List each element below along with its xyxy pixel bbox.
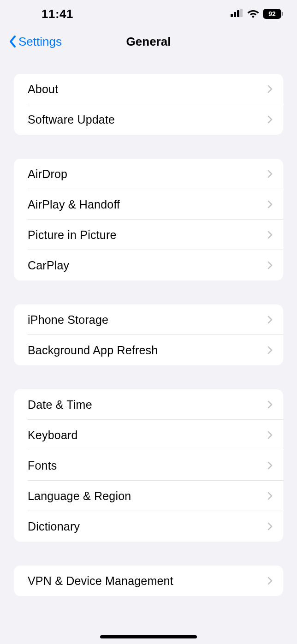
row-label: Keyboard xyxy=(28,429,78,442)
row-about[interactable]: About xyxy=(14,74,283,104)
chevron-left-icon xyxy=(8,35,18,48)
settings-list: AboutSoftware UpdateAirDropAirPlay & Han… xyxy=(0,74,297,596)
back-button[interactable]: Settings xyxy=(8,35,62,49)
nav-bar: Settings General xyxy=(0,28,297,55)
home-indicator[interactable] xyxy=(100,635,197,638)
status-indicators: 92 xyxy=(231,9,283,19)
row-iphone-storage[interactable]: iPhone Storage xyxy=(14,304,283,335)
chevron-right-icon xyxy=(267,84,273,94)
cellular-icon xyxy=(231,9,244,19)
row-label: Picture in Picture xyxy=(28,228,117,242)
row-dictionary[interactable]: Dictionary xyxy=(14,511,283,542)
chevron-right-icon xyxy=(267,576,273,585)
row-label: Fonts xyxy=(28,459,57,472)
svg-rect-2 xyxy=(237,10,239,17)
row-vpn-device-management[interactable]: VPN & Device Management xyxy=(14,566,283,596)
row-label: Date & Time xyxy=(28,398,92,411)
row-picture-in-picture[interactable]: Picture in Picture xyxy=(14,220,283,250)
chevron-right-icon xyxy=(267,461,273,470)
row-airplay-handoff[interactable]: AirPlay & Handoff xyxy=(14,189,283,220)
row-background-app-refresh[interactable]: Background App Refresh xyxy=(14,335,283,365)
settings-group: iPhone StorageBackground App Refresh xyxy=(14,304,283,365)
row-label: Dictionary xyxy=(28,520,80,533)
row-label: Background App Refresh xyxy=(28,344,158,357)
row-language-region[interactable]: Language & Region xyxy=(14,481,283,511)
row-keyboard[interactable]: Keyboard xyxy=(14,420,283,450)
row-label: Language & Region xyxy=(28,489,131,503)
chevron-right-icon xyxy=(267,230,273,239)
row-label: AirDrop xyxy=(28,167,67,181)
chevron-right-icon xyxy=(267,400,273,409)
status-time: 11:41 xyxy=(42,7,73,21)
chevron-right-icon xyxy=(267,315,273,324)
chevron-right-icon xyxy=(267,430,273,440)
battery-icon: 92 xyxy=(263,9,283,19)
chevron-right-icon xyxy=(267,491,273,501)
status-bar: 11:41 92 xyxy=(0,0,297,28)
row-fonts[interactable]: Fonts xyxy=(14,450,283,481)
settings-group: AirDropAirPlay & HandoffPicture in Pictu… xyxy=(14,159,283,280)
chevron-right-icon xyxy=(267,261,273,270)
row-label: VPN & Device Management xyxy=(28,574,173,588)
row-label: About xyxy=(28,83,58,96)
wifi-icon xyxy=(247,9,259,19)
row-airdrop[interactable]: AirDrop xyxy=(14,159,283,189)
row-date-time[interactable]: Date & Time xyxy=(14,389,283,420)
back-label: Settings xyxy=(18,35,62,49)
svg-rect-1 xyxy=(234,12,236,17)
svg-rect-0 xyxy=(231,14,233,17)
settings-group: VPN & Device Management xyxy=(14,566,283,596)
chevron-right-icon xyxy=(267,200,273,209)
svg-point-4 xyxy=(252,15,255,17)
row-label: CarPlay xyxy=(28,259,69,272)
page-title: General xyxy=(126,35,171,49)
settings-group: AboutSoftware Update xyxy=(14,74,283,135)
settings-group: Date & TimeKeyboardFontsLanguage & Regio… xyxy=(14,389,283,542)
row-software-update[interactable]: Software Update xyxy=(14,104,283,135)
row-carplay[interactable]: CarPlay xyxy=(14,250,283,280)
row-label: iPhone Storage xyxy=(28,313,108,327)
chevron-right-icon xyxy=(267,169,273,179)
row-label: Software Update xyxy=(28,113,115,126)
chevron-right-icon xyxy=(267,115,273,124)
svg-rect-3 xyxy=(240,9,243,17)
chevron-right-icon xyxy=(267,346,273,355)
chevron-right-icon xyxy=(267,522,273,531)
row-label: AirPlay & Handoff xyxy=(28,198,120,211)
battery-level: 92 xyxy=(263,9,281,19)
